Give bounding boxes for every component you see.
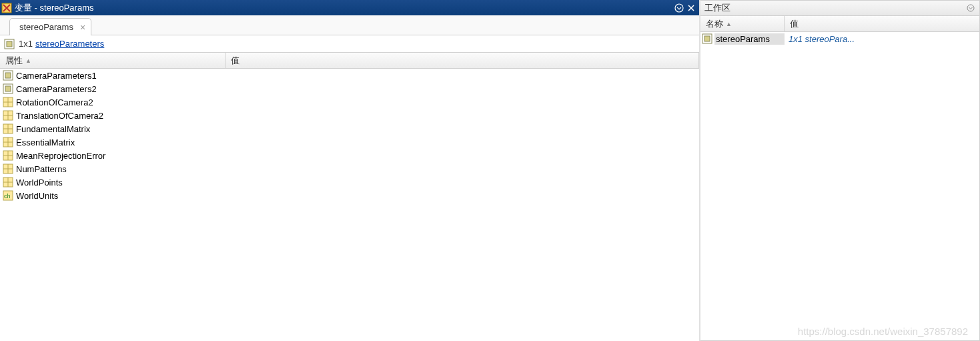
- workspace-row[interactable]: stereoParams 1x1 stereoPara...: [700, 32, 979, 45]
- variables-titlebar: 变量 - stereoParams: [0, 0, 699, 15]
- breadcrumb: 1x1 stereoParameters: [0, 35, 699, 53]
- property-row[interactable]: MeanReprojectionError: [0, 149, 699, 162]
- property-row[interactable]: CameraParameters2: [0, 82, 699, 95]
- svg-rect-5: [5, 73, 11, 78]
- property-row[interactable]: RotationOfCamera2: [0, 95, 699, 109]
- workspace-panel: 工作区 名称 ▲ 值 stereoParams 1x1 stereoPara..…: [700, 0, 980, 341]
- char-icon: ch: [3, 190, 13, 201]
- property-name: NumPatterns: [16, 164, 67, 174]
- variables-title: 变量 - stereoParams: [15, 2, 672, 14]
- property-name: WorldUnits: [16, 191, 58, 201]
- sort-ascending-icon: ▲: [25, 57, 31, 64]
- property-name: RotationOfCamera2: [16, 97, 93, 107]
- workspace-body: stereoParams 1x1 stereoPara...: [700, 32, 979, 340]
- object-icon: [702, 33, 712, 44]
- property-list: CameraParameters1CameraParameters2Rotati…: [0, 69, 699, 341]
- breadcrumb-size: 1x1: [19, 39, 33, 49]
- property-name: FundamentalMatrix: [16, 124, 90, 134]
- titlebar-dropdown-button[interactable]: [674, 3, 684, 13]
- property-name: WorldPoints: [16, 178, 63, 188]
- grid-icon: [3, 137, 13, 147]
- property-name: EssentialMatrix: [16, 137, 75, 147]
- svg-rect-33: [704, 36, 710, 41]
- workspace-column-name-label: 名称: [706, 18, 723, 30]
- tab-label: stereoParams: [19, 22, 73, 32]
- property-name: TranslationOfCamera2: [16, 111, 103, 121]
- sort-ascending-icon: ▲: [726, 21, 732, 27]
- grid-icon: [3, 123, 13, 134]
- workspace-column-value[interactable]: 值: [785, 16, 979, 31]
- tab-stereoparams[interactable]: stereoParams ×: [9, 18, 91, 35]
- svg-rect-3: [7, 41, 12, 47]
- object-icon: [4, 39, 15, 49]
- grid-icon: [3, 150, 13, 161]
- property-name: CameraParameters2: [16, 84, 97, 94]
- property-name: CameraParameters1: [16, 71, 97, 81]
- property-row[interactable]: FundamentalMatrix: [0, 122, 699, 135]
- svg-rect-7: [5, 86, 11, 91]
- workspace-column-name[interactable]: 名称 ▲: [700, 16, 785, 31]
- column-header-attribute[interactable]: 属性 ▲: [0, 53, 225, 68]
- tab-close-icon[interactable]: ×: [80, 23, 85, 32]
- property-row[interactable]: chWorldUnits: [0, 189, 699, 202]
- property-row[interactable]: CameraParameters1: [0, 69, 699, 82]
- property-name: MeanReprojectionError: [16, 151, 105, 161]
- workspace-var-value: 1x1 stereoPara...: [785, 34, 979, 44]
- cube-icon: [3, 70, 13, 81]
- workspace-column-value-label: 值: [790, 18, 799, 30]
- property-row[interactable]: TranslationOfCamera2: [0, 109, 699, 122]
- grid-icon: [3, 163, 13, 174]
- titlebar-close-button[interactable]: [686, 3, 696, 13]
- column-header-value-label: 值: [231, 55, 239, 67]
- breadcrumb-type-link[interactable]: stereoParameters: [35, 39, 104, 49]
- workspace-titlebar: 工作区: [700, 1, 979, 16]
- property-row[interactable]: WorldPoints: [0, 176, 699, 189]
- workspace-title: 工作区: [704, 2, 966, 14]
- column-header-value[interactable]: 值: [225, 53, 699, 68]
- workspace-var-name: stereoParams: [714, 33, 785, 45]
- cube-icon: [3, 83, 13, 94]
- workspace-dropdown-button[interactable]: [966, 3, 975, 13]
- grid-icon: [3, 177, 13, 188]
- svg-text:ch: ch: [4, 193, 11, 200]
- tab-bar: stereoParams ×: [0, 15, 699, 35]
- variables-panel: 变量 - stereoParams stereoParams × 1x1 ste…: [0, 0, 700, 341]
- property-row[interactable]: NumPatterns: [0, 162, 699, 176]
- property-row[interactable]: EssentialMatrix: [0, 135, 699, 149]
- grid-icon: [3, 110, 13, 121]
- grid-icon: [3, 97, 13, 107]
- svg-point-1: [675, 4, 683, 12]
- workspace-table-header: 名称 ▲ 值: [700, 16, 979, 32]
- property-table-header: 属性 ▲ 值: [0, 53, 699, 69]
- variables-app-icon: [1, 3, 12, 13]
- column-header-attribute-label: 属性: [5, 55, 23, 67]
- svg-point-31: [967, 5, 974, 11]
